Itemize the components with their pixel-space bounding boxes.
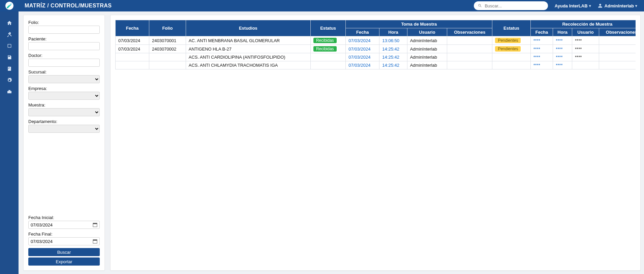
cell-rec-usuario: **** [572, 53, 599, 61]
samples-table: Fecha Folio Estudios Estatus Toma de Mue… [115, 20, 636, 69]
th-rec-hora: Hora [553, 28, 572, 36]
cell-estatus2 [492, 61, 530, 69]
global-search[interactable] [474, 1, 548, 10]
cell-estatus1 [310, 53, 345, 61]
buscar-button[interactable]: Buscar [28, 248, 100, 256]
paciente-input[interactable] [28, 42, 100, 50]
cell-rec-fecha[interactable]: **** [530, 61, 553, 69]
app-header: 🧪 MATRÍZ / CONTROL/MUESTRAS Ayuda InterL… [0, 0, 644, 11]
cell-toma-fecha[interactable]: 07/03/2024 [346, 61, 379, 69]
username-label: AdminInterlab [605, 3, 634, 8]
table-row: 07/03/2024 2403070002 ANTIGENO HLA B-27 … [116, 45, 636, 53]
table-scroll[interactable]: Fecha Folio Estudios Estatus Toma de Mue… [115, 20, 636, 266]
paciente-label: Paciente: [28, 36, 100, 41]
cell-rec-hora[interactable]: **** [553, 45, 572, 53]
cell-rec-usuario: **** [572, 45, 599, 53]
empresa-select[interactable] [28, 92, 100, 100]
cell-rec-hora[interactable]: **** [553, 53, 572, 61]
cell-folio [149, 61, 186, 69]
cell-estatus1 [310, 61, 345, 69]
cell-estudio: AC. ANTI MENBRANA BASAL GLOMERULAR [186, 36, 310, 45]
rail-tools-icon[interactable] [0, 29, 19, 40]
cell-estatus1: Recibidas [310, 45, 345, 53]
cell-rec-usuario [572, 61, 599, 69]
folio-label: Folio: [28, 20, 100, 25]
cell-fecha [116, 53, 149, 61]
fecha-inicial-input[interactable] [28, 221, 100, 229]
cell-toma-obs [447, 61, 492, 69]
rail-gear-icon[interactable] [0, 75, 19, 86]
cell-toma-obs [447, 36, 492, 45]
app-logo-icon: 🧪 [5, 2, 13, 10]
th-rec-obs: Observaciones [599, 28, 636, 36]
th-folio: Folio [149, 20, 186, 36]
cell-fecha: 07/03/2024 [116, 36, 149, 45]
doctor-input[interactable] [28, 59, 100, 67]
content-area: Folio: Paciente: Doctor: Sucursal: Empre… [19, 11, 644, 274]
cell-rec-obs [599, 45, 636, 53]
cell-fecha: 07/03/2024 [116, 45, 149, 53]
cell-toma-usuario: AdminInterlab [407, 36, 447, 45]
muestra-label: Muestra: [28, 102, 100, 108]
cell-toma-fecha[interactable]: 07/03/2024 [346, 36, 379, 45]
cell-toma-obs [447, 53, 492, 61]
cell-rec-fecha[interactable]: **** [530, 36, 553, 45]
cell-estatus1: Recibidas [310, 36, 345, 45]
cell-rec-fecha[interactable]: **** [530, 53, 553, 61]
cell-toma-hora[interactable]: 14:25:42 [379, 45, 407, 53]
cell-rec-obs [599, 53, 636, 61]
cell-estudio: ACS. ANTI CARDIOLIPINA (ANTIFOSFOLIPIDO) [186, 53, 310, 61]
cell-toma-hora[interactable]: 14:25:42 [379, 61, 407, 69]
cell-toma-fecha[interactable]: 07/03/2024 [346, 45, 379, 53]
search-icon [478, 3, 482, 8]
cell-toma-hora[interactable]: 13:06:50 [379, 36, 407, 45]
rail-checklist-icon[interactable] [0, 63, 19, 74]
cell-estatus2: Pendientes [492, 36, 530, 45]
sucursal-select[interactable] [28, 75, 100, 83]
cell-toma-usuario: AdminInterlab [407, 61, 447, 69]
cell-toma-hora[interactable]: 14:25:42 [379, 53, 407, 61]
rail-home-icon[interactable] [0, 18, 19, 28]
help-label: Ayuda InterLAB [555, 3, 588, 8]
user-menu[interactable]: AdminInterlab ▾ [598, 3, 637, 8]
muestra-select[interactable] [28, 108, 100, 116]
breadcrumb: MATRÍZ / CONTROL/MUESTRAS [25, 3, 112, 9]
th-toma-group: Toma de Muestra [346, 20, 492, 28]
cell-toma-obs [447, 45, 492, 53]
search-input[interactable] [485, 3, 544, 8]
exportar-button[interactable]: Exportar [28, 257, 100, 266]
th-toma-hora: Hora [379, 28, 407, 36]
departamento-select[interactable] [28, 125, 100, 133]
filter-panel: Folio: Paciente: Doctor: Sucursal: Empre… [23, 15, 105, 271]
status-badge: Pendientes [495, 38, 521, 43]
th-rec-usuario: Usuario [572, 28, 599, 36]
rail-book-icon[interactable] [0, 40, 19, 51]
th-estatus1: Estatus [310, 20, 345, 36]
sidebar-rail [0, 11, 19, 274]
cell-toma-usuario: AdminInterlab [407, 45, 447, 53]
th-rec-fecha: Fecha [530, 28, 553, 36]
chevron-down-icon: ▾ [589, 4, 591, 8]
cell-estudio: ANTIGENO HLA B-27 [186, 45, 310, 53]
fecha-final-input[interactable] [28, 237, 100, 245]
th-toma-usuario: Usuario [407, 28, 447, 36]
cell-fecha [116, 61, 149, 69]
user-icon [598, 3, 603, 8]
cell-estatus2: Pendientes [492, 45, 530, 53]
cell-rec-hora[interactable]: **** [553, 36, 572, 45]
folio-input[interactable] [28, 26, 100, 34]
th-estudios: Estudios [186, 20, 310, 36]
rail-toolbox-icon[interactable] [0, 86, 19, 97]
results-panel: Fecha Folio Estudios Estatus Toma de Mue… [110, 15, 641, 271]
empresa-label: Empresa: [28, 86, 100, 91]
fecha-final-label: Fecha Final: [28, 232, 100, 237]
th-estatus2: Estatus [492, 20, 530, 36]
table-row: 07/03/2024 2403070001 AC. ANTI MENBRANA … [116, 36, 636, 45]
cell-toma-fecha[interactable]: 07/03/2024 [346, 53, 379, 61]
rail-save-icon[interactable] [0, 52, 19, 63]
cell-rec-fecha[interactable]: **** [530, 45, 553, 53]
help-link[interactable]: Ayuda InterLAB ▾ [555, 3, 591, 8]
cell-rec-hora[interactable]: **** [553, 61, 572, 69]
th-fecha: Fecha [116, 20, 149, 36]
cell-toma-usuario: AdminInterlab [407, 53, 447, 61]
